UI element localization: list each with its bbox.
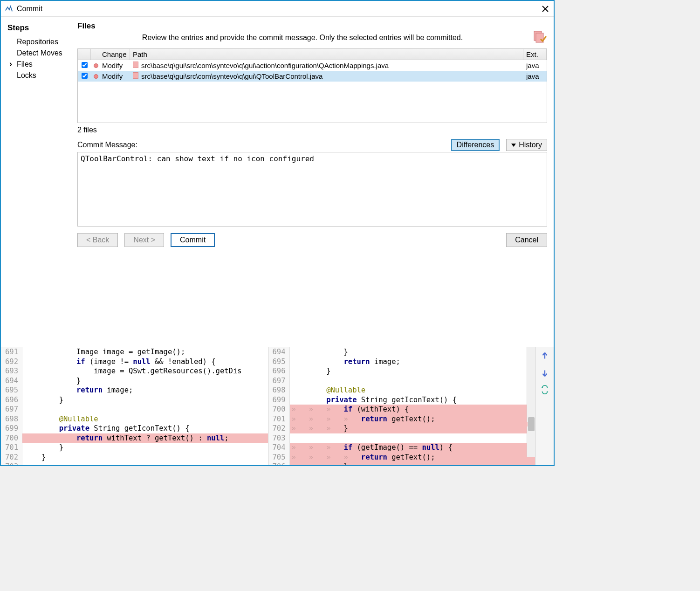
row-change: Modify: [99, 61, 130, 70]
row-checkbox[interactable]: [82, 62, 88, 68]
code-line[interactable]: 691 Image image = getImage();: [1, 347, 268, 357]
code-line[interactable]: 706» » » }: [268, 462, 535, 465]
code-text: » » » » return getText();: [290, 453, 535, 462]
diff-left-side[interactable]: 691 Image image = getImage();692 if (ima…: [1, 347, 268, 465]
code-line[interactable]: 698 @Nullable: [268, 385, 535, 395]
code-line[interactable]: 694 }: [268, 347, 535, 357]
line-number: 696: [268, 366, 290, 376]
code-line[interactable]: 699 private String getIconText() {: [268, 395, 535, 405]
code-line[interactable]: 702» » » }: [268, 424, 535, 433]
code-line[interactable]: 694 }: [1, 376, 268, 386]
line-number: 695: [1, 385, 22, 395]
code-text: » » » » return getText();: [290, 414, 535, 424]
line-number: 701: [268, 414, 290, 424]
file-icon: [133, 72, 138, 79]
code-line[interactable]: 697: [268, 376, 535, 386]
code-line[interactable]: 698 @Nullable: [1, 414, 268, 424]
line-number: 697: [1, 405, 22, 414]
row-checkbox[interactable]: [82, 73, 88, 79]
code-line[interactable]: 700 return withText ? getText() : null;: [1, 433, 268, 443]
code-text: }: [290, 366, 535, 376]
code-line[interactable]: 703: [268, 433, 535, 443]
commit-message-label: Commit Message:: [77, 141, 451, 149]
commit-button[interactable]: Commit: [171, 233, 215, 247]
code-text: image = QSwt.getResources().getDis: [22, 366, 268, 376]
code-text: if (image != null && !enabled) {: [22, 357, 268, 367]
file-icon: [133, 62, 138, 68]
table-row[interactable]: Modifysrc\base\q\gui\src\com\syntevo\q\g…: [78, 60, 547, 71]
line-number: 694: [1, 376, 22, 386]
line-number: 695: [268, 357, 290, 367]
col-path[interactable]: Path: [130, 49, 523, 60]
commit-message-input[interactable]: [77, 152, 547, 227]
line-number: 702: [1, 453, 22, 462]
diff-right-side[interactable]: 694 }695 return image;696 }697698 @Nulla…: [268, 347, 535, 465]
line-number: 702: [268, 424, 290, 433]
diff-overview-mark[interactable]: [523, 422, 528, 426]
code-line[interactable]: 696 }: [268, 366, 535, 376]
dropdown-triangle-icon: [511, 144, 516, 147]
line-number: 699: [1, 424, 22, 433]
code-text: }: [22, 453, 268, 462]
code-text: » » » }: [290, 424, 535, 433]
diff-nav-gutter: [535, 347, 554, 465]
line-number: 693: [1, 366, 22, 376]
line-number: 692: [1, 357, 22, 367]
code-line[interactable]: 701» » » » return getText();: [268, 414, 535, 424]
back-button[interactable]: < Back: [77, 233, 118, 247]
close-icon[interactable]: [541, 4, 550, 14]
col-ext[interactable]: Ext.: [523, 49, 547, 60]
code-line[interactable]: 705» » » » return getText();: [268, 453, 535, 462]
row-path: src\base\q\gui\src\com\syntevo\q\gui\act…: [138, 61, 523, 70]
modify-dot-icon: [94, 74, 98, 79]
line-number: 705: [268, 453, 290, 462]
code-line[interactable]: 696 }: [1, 395, 268, 405]
code-text: }: [22, 395, 268, 405]
code-line[interactable]: 702 }: [1, 453, 268, 462]
file-table-header: Change Path Ext.: [78, 49, 547, 60]
code-line[interactable]: 699 private String getIconText() {: [1, 424, 268, 433]
row-path: src\base\q\gui\src\com\syntevo\q\gui\QTo…: [138, 71, 523, 81]
next-button[interactable]: Next >: [124, 233, 164, 247]
line-number: 698: [268, 385, 290, 395]
line-number: 700: [268, 405, 290, 414]
code-line[interactable]: 697: [1, 405, 268, 414]
code-text: [22, 405, 268, 414]
code-text: return image;: [290, 357, 535, 367]
line-number: 703: [268, 433, 290, 443]
prev-diff-icon[interactable]: [540, 351, 550, 361]
code-text: » » » }: [290, 462, 535, 465]
line-number: 697: [268, 376, 290, 386]
code-text: private String getIconText() {: [290, 395, 535, 405]
titlebar: Commit: [1, 1, 554, 17]
next-diff-icon[interactable]: [540, 368, 550, 378]
code-line[interactable]: 695 return image;: [1, 385, 268, 395]
code-text: }: [22, 443, 268, 453]
line-number: 699: [268, 395, 290, 405]
code-line[interactable]: 703: [1, 462, 268, 465]
line-number: 696: [1, 395, 22, 405]
code-line[interactable]: 693 image = QSwt.getResources().getDis: [1, 366, 268, 376]
differences-button[interactable]: Differences: [451, 139, 500, 151]
step-detect-moves[interactable]: Detect Moves: [7, 48, 71, 59]
code-line[interactable]: 701 }: [1, 443, 268, 453]
line-number: 703: [1, 462, 22, 465]
line-number: 698: [1, 414, 22, 424]
col-change[interactable]: Change: [99, 49, 130, 60]
code-text: » » » if (getImage() == null) {: [290, 443, 535, 453]
diff-vscroll[interactable]: [527, 347, 535, 457]
code-line[interactable]: 692 if (image != null && !enabled) {: [1, 357, 268, 367]
file-table[interactable]: Change Path Ext. Modifysrc\base\q\gui\sr…: [77, 48, 547, 123]
step-files[interactable]: Files: [7, 59, 71, 70]
table-row[interactable]: Modifysrc\base\q\gui\src\com\syntevo\q\g…: [78, 71, 547, 82]
step-repositories[interactable]: Repositories: [7, 36, 71, 48]
step-locks[interactable]: Locks: [7, 70, 71, 81]
code-text: [290, 433, 535, 443]
history-button[interactable]: History: [506, 139, 547, 151]
code-line[interactable]: 695 return image;: [268, 357, 535, 367]
sync-diff-icon[interactable]: [540, 385, 550, 395]
code-line[interactable]: 700» » » if (withText) {: [268, 405, 535, 414]
cancel-button[interactable]: Cancel: [506, 233, 547, 247]
steps-sidebar: Steps RepositoriesDetect MovesFilesLocks: [1, 17, 71, 347]
code-line[interactable]: 704» » » if (getImage() == null) {: [268, 443, 535, 453]
